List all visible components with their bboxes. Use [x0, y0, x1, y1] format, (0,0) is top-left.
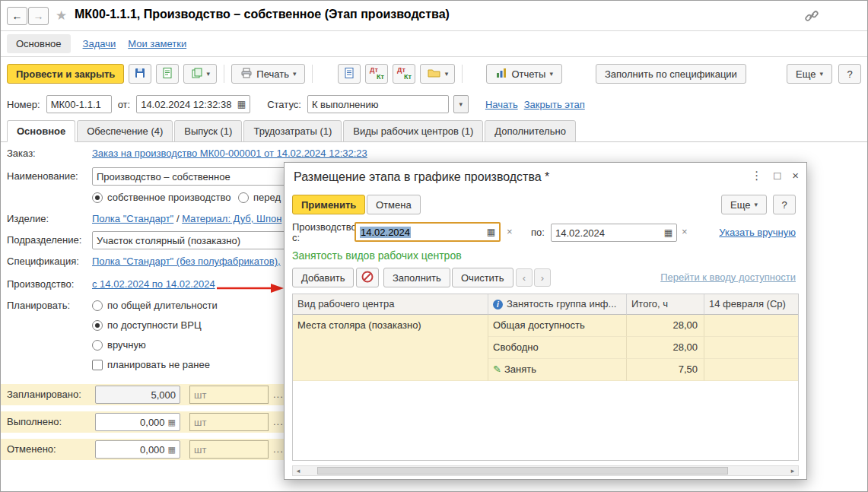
dialog-menu-icon[interactable]: ⋮	[751, 169, 762, 183]
delete-button[interactable]	[356, 268, 379, 287]
cell-work-center[interactable]: Места столяра (позаказно)	[293, 315, 488, 381]
clear-from-date-icon[interactable]: ×	[507, 226, 513, 237]
structure-button[interactable]	[338, 64, 361, 84]
production-period-link[interactable]: с 14.02.2024 по 14.02.2024	[92, 278, 215, 290]
column-header-occupancy[interactable]: iЗанятость группа инф...	[488, 294, 627, 315]
calendar-icon[interactable]: ▦	[237, 99, 246, 110]
form-tabs: Основное Обеспечение (4) Выпуск (1) Труд…	[1, 118, 867, 142]
planned-label: Запланировано:	[7, 389, 81, 400]
next-day-button[interactable]: ›	[534, 268, 551, 287]
column-header-work-center[interactable]: Вид рабочего центра	[293, 294, 488, 315]
prev-day-button[interactable]: ‹	[516, 268, 533, 287]
radio-plan-manual[interactable]: вручную	[92, 339, 146, 351]
nav-item-main[interactable]: Основное	[7, 34, 71, 53]
number-input[interactable]: МК00-1.1.1	[46, 95, 112, 113]
status-select[interactable]: К выполнению	[307, 95, 449, 113]
radio-plan-capacity[interactable]: по доступности ВРЦ	[92, 319, 202, 331]
document-date-input[interactable]: 14.02.2024 12:32:38 ▦	[136, 95, 250, 113]
clear-button[interactable]: Очистить	[452, 268, 513, 287]
tab-output[interactable]: Выпуск (1)	[174, 120, 242, 142]
nav-item-notes[interactable]: Мои заметки	[128, 38, 186, 49]
manual-link[interactable]: Указать вручную	[719, 227, 796, 238]
calculator-icon[interactable]: ▦	[168, 417, 176, 427]
reports-button[interactable]: Отчеты ▾	[486, 64, 561, 84]
done-unit-field[interactable]: шт	[189, 413, 269, 431]
favorite-star-icon[interactable]: ★	[56, 8, 67, 24]
horizontal-scrollbar[interactable]: ◂ ▸	[292, 465, 799, 476]
forward-button[interactable]: →	[28, 7, 49, 25]
close-stage-link[interactable]: Закрыть этап	[524, 99, 585, 110]
cell-kind[interactable]: Общая доступность	[488, 315, 627, 337]
canceled-input[interactable]: 0,000▦	[95, 440, 180, 459]
tab-work-centers[interactable]: Виды рабочих центров (1)	[343, 120, 483, 142]
post-and-close-button[interactable]: Провести и закрыть	[7, 64, 124, 84]
tab-supply[interactable]: Обеспечение (4)	[77, 120, 173, 142]
scroll-left-icon[interactable]: ◂	[293, 467, 304, 475]
column-header-total[interactable]: Итого, ч	[627, 294, 704, 315]
cell-total[interactable]: 28,00	[627, 337, 704, 359]
radio-own-production[interactable]: собственное производство	[92, 192, 231, 203]
reread-button[interactable]	[156, 64, 179, 84]
maximize-icon[interactable]: □	[774, 169, 781, 183]
canceled-unit-field[interactable]: шт	[189, 440, 269, 459]
calendar-icon[interactable]: ▦	[487, 227, 495, 237]
radio-transfer[interactable]: перед	[238, 192, 281, 203]
close-icon[interactable]: ×	[792, 169, 799, 183]
checkbox-not-earlier[interactable]: планировать не ранее	[92, 359, 210, 370]
movements-alt-button[interactable]: ДтКт	[393, 64, 415, 84]
radio-plan-duration[interactable]: по общей длительности	[92, 300, 218, 311]
cell-day[interactable]	[704, 315, 798, 337]
tab-main[interactable]: Основное	[7, 120, 75, 142]
tab-labor[interactable]: Трудозатраты (1)	[243, 120, 342, 142]
scroll-right-icon[interactable]: ▸	[787, 467, 798, 475]
apply-button[interactable]: Применить	[292, 195, 365, 214]
dialog-help-button[interactable]: ?	[773, 195, 796, 214]
department-input[interactable]: Участок столярный (позаказно)	[92, 231, 291, 249]
canceled-more-button[interactable]: ...	[273, 443, 284, 455]
dialog-more-button[interactable]: Еще▾	[721, 195, 767, 214]
planned-input[interactable]: 5,000	[95, 386, 180, 404]
fill-by-spec-button[interactable]: Заполнить по спецификации	[596, 64, 746, 84]
add-button[interactable]: Добавить	[292, 268, 354, 287]
calculator-icon[interactable]: ▦	[168, 445, 176, 455]
nav-item-tasks[interactable]: Задачи	[83, 38, 116, 49]
cell-total[interactable]: 7,50	[627, 359, 704, 381]
cell-total[interactable]: 28,00	[627, 315, 704, 337]
occupancy-table: Вид рабочего центра iЗанятость группа ин…	[292, 294, 799, 461]
start-link[interactable]: Начать	[485, 99, 518, 110]
product-link[interactable]: Полка "Стандарт"	[92, 213, 173, 224]
plan-label: Планировать:	[7, 300, 70, 311]
goto-availability-link[interactable]: Перейти к вводу доступности	[660, 271, 796, 283]
done-more-button[interactable]: ...	[273, 416, 284, 427]
clear-to-date-icon[interactable]: ×	[682, 226, 688, 237]
help-button[interactable]: ?	[838, 64, 861, 84]
date-to-input[interactable]: 14.02.2024 ▦	[551, 224, 677, 242]
planned-more-button[interactable]: ...	[273, 389, 284, 400]
spec-link[interactable]: Полка "Стандарт" (без полуфабрикатов),	[92, 256, 281, 267]
cell-kind-editable[interactable]: ✎Занять	[488, 359, 627, 381]
cell-kind[interactable]: Свободно	[488, 337, 627, 359]
copy-button[interactable]: ▾	[183, 64, 217, 84]
cell-day[interactable]	[704, 337, 798, 359]
cell-day[interactable]	[704, 359, 798, 381]
back-button[interactable]: ←	[7, 7, 27, 25]
material-link[interactable]: Материал: Дуб, Шпон	[182, 213, 281, 224]
copy-link-icon[interactable]	[804, 8, 819, 26]
attached-files-button[interactable]: ▾	[420, 64, 455, 84]
cancel-button[interactable]: Отмена	[367, 195, 421, 214]
print-button[interactable]: Печать ▾	[231, 64, 305, 84]
save-button[interactable]	[129, 64, 151, 84]
tab-additional[interactable]: Дополнительно	[485, 120, 576, 142]
date-from-input[interactable]: 14.02.2024 ▦	[355, 222, 501, 242]
status-dropdown-button[interactable]: ▾	[453, 95, 469, 113]
column-header-day[interactable]: 14 февраля (Ср)	[704, 294, 798, 315]
more-button[interactable]: Еще ▾	[787, 64, 832, 84]
order-link[interactable]: Заказ на производство МК00-000001 от 14.…	[92, 148, 367, 159]
done-input[interactable]: 0,000▦	[95, 413, 180, 431]
name-input[interactable]: Производство – собственное	[92, 167, 291, 186]
calendar-icon[interactable]: ▦	[664, 227, 672, 238]
planned-unit-field[interactable]: шт	[189, 386, 269, 404]
movements-button[interactable]: ДтКт	[365, 64, 388, 84]
fill-button[interactable]: Заполнить	[383, 268, 450, 287]
scrollbar-thumb[interactable]	[317, 467, 728, 475]
